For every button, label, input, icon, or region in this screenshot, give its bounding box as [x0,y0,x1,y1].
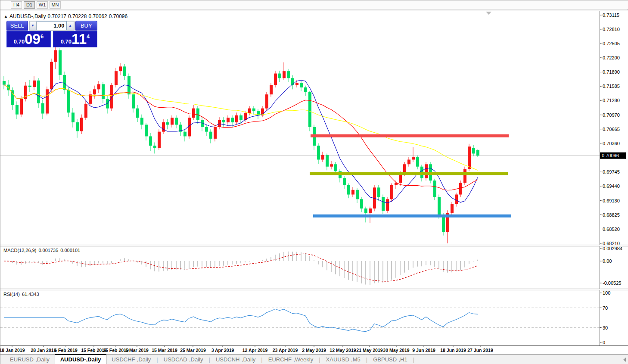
sell-price-sup: 6 [40,33,44,40]
support-line[interactable] [313,215,511,218]
timeframe-button-h4[interactable]: H4 [11,1,22,9]
timeframe-button-w1[interactable]: W1 [37,1,48,9]
svg-text:30: 30 [603,325,608,330]
svg-text:6 Mar 2019: 6 Mar 2019 [125,348,149,353]
svg-text:25 Mar 2019: 25 Mar 2019 [180,348,206,353]
tab-scroll-left-icon[interactable] [623,358,626,362]
ohlc-open: 0.70217 [48,13,66,19]
svg-text:3 Apr 2019: 3 Apr 2019 [211,348,234,353]
rsi-pane[interactable]: 10070300 [0,290,628,345]
svg-text:0.68825: 0.68825 [603,212,620,218]
date-axis[interactable]: 18 Jan 201928 Jan 20196 Feb 201915 Feb 2… [0,345,628,354]
svg-text:15 Mar 2019: 15 Mar 2019 [152,348,177,353]
svg-text:0: 0 [603,340,605,345]
svg-text:12 May 2019: 12 May 2019 [330,348,356,353]
buy-price-big: 11 [72,31,87,47]
svg-text:12 Apr 2019: 12 Apr 2019 [242,348,268,353]
svg-text:-0.00525: -0.00525 [603,280,621,286]
svg-text:0.73115: 0.73115 [603,12,619,18]
tab-separator: | [413,356,415,364]
svg-text:0.71280: 0.71280 [603,98,620,103]
svg-text:0.72200: 0.72200 [603,55,620,60]
chart-symbol: AUDUSD-,Daily [9,13,46,19]
chart-tab-usdchf[interactable]: USDCHF-,Daily [106,355,156,364]
chart-tab-usdcad[interactable]: USDCAD-,Daily [159,355,208,364]
volume-stepper: ▼ ▲ [29,21,75,31]
chart-tab-gbpusd[interactable]: GBPUSD-,H1 [368,355,412,364]
macd-label: MACD(12,26,9)0.0017350.000101 [3,248,82,253]
svg-text:30 May 2019: 30 May 2019 [383,348,409,353]
chart-shift-marker-icon[interactable] [486,12,491,15]
chart-title: ▲AUDUSD-,Daily0.702170.702280.700620.700… [4,13,129,19]
timeframe-toolbar: H4D1W1MN [0,0,628,9]
svg-text:21 May 2019: 21 May 2019 [356,348,382,353]
svg-text:0.69440: 0.69440 [603,184,620,189]
svg-text:2 May 2019: 2 May 2019 [302,348,326,353]
terminal-window: H4D1W1MN ▲AUDUSD-,Daily0.702170.702280.7… [0,0,628,364]
chart-tab-usdcnh[interactable]: USDCNH-,Daily [211,355,261,364]
svg-text:0.72505: 0.72505 [603,41,620,46]
svg-text:0.69130: 0.69130 [603,198,620,203]
timeframe-button-mn[interactable]: MN [50,1,61,9]
svg-text:0.70665: 0.70665 [603,127,620,132]
current-price-badge: 0.70096 [602,153,619,158]
rsi-label: RSI(14)61.4343 [3,292,41,297]
window-marker-icon: ▲ [4,14,8,19]
buy-price-prefix: 0.70 [61,38,72,45]
buy-price-sup: 4 [87,33,90,40]
resistance-line[interactable] [311,134,509,137]
svg-text:0.68520: 0.68520 [603,227,620,232]
svg-text:70: 70 [603,305,608,311]
ohlc-close: 0.70096 [109,13,127,19]
svg-text:18 Jun 2019: 18 Jun 2019 [440,348,466,353]
sell-price-display[interactable]: 0.70096 [6,31,51,47]
svg-text:100: 100 [603,290,610,296]
volume-decrease-button[interactable]: ▼ [29,21,37,30]
one-click-trading-widget: SELL ▼ ▲ BUY 0.70096 0.70114 [6,21,97,47]
svg-text:0.71890: 0.71890 [603,69,620,75]
ohlc-high: 0.70228 [68,13,87,19]
svg-text:25 Feb 2019: 25 Feb 2019 [103,348,129,353]
timeframe-button-d1[interactable]: D1 [24,1,35,9]
chart-tab-eurusd[interactable]: EURUSD-,Daily [5,355,55,364]
svg-text:18 Jan 2019: 18 Jan 2019 [0,348,25,353]
chart-tab-xauusd[interactable]: XAUUSD-,M5 [321,355,366,364]
sell-price-big: 09 [25,31,40,47]
svg-text:23 Apr 2019: 23 Apr 2019 [273,348,298,353]
svg-text:9 Jun 2019: 9 Jun 2019 [412,348,435,353]
sell-button[interactable]: SELL [6,21,28,31]
svg-text:0.002984: 0.002984 [603,246,622,251]
chart-window: ▲AUDUSD-,Daily0.702170.702280.700620.700… [0,10,628,364]
svg-text:0.00: 0.00 [603,258,612,264]
macd-pane[interactable]: 0.0029840.00-0.00525 [0,246,628,289]
volume-increase-button[interactable]: ▲ [67,21,74,30]
svg-text:0.70360: 0.70360 [603,141,620,146]
volume-input[interactable] [37,21,67,30]
svg-text:28 Jan 2019: 28 Jan 2019 [31,348,56,353]
svg-text:0.72810: 0.72810 [603,27,620,32]
buy-button[interactable]: BUY [75,21,98,31]
chart-tab-bar: EURUSD-,DailyAUDUSD-,DailyUSDCHF-,Daily|… [0,354,628,364]
svg-text:6 Feb 2019: 6 Feb 2019 [54,348,78,353]
chart-tab-audusd[interactable]: AUDUSD-,Daily [55,354,107,364]
svg-text:0.71585: 0.71585 [603,84,620,89]
svg-text:0.69745: 0.69745 [603,169,620,174]
svg-text:0.70970: 0.70970 [603,112,620,118]
ohlc-low: 0.70062 [88,13,107,19]
svg-text:0.68210: 0.68210 [603,241,620,245]
svg-text:27 Jun 2019: 27 Jun 2019 [467,348,493,353]
pivot-line[interactable] [310,172,508,175]
chart-tab-eurchf[interactable]: EURCHF-,Weekly [263,355,319,364]
sell-price-prefix: 0.70 [14,38,25,45]
buy-price-display[interactable]: 0.70114 [53,31,97,47]
